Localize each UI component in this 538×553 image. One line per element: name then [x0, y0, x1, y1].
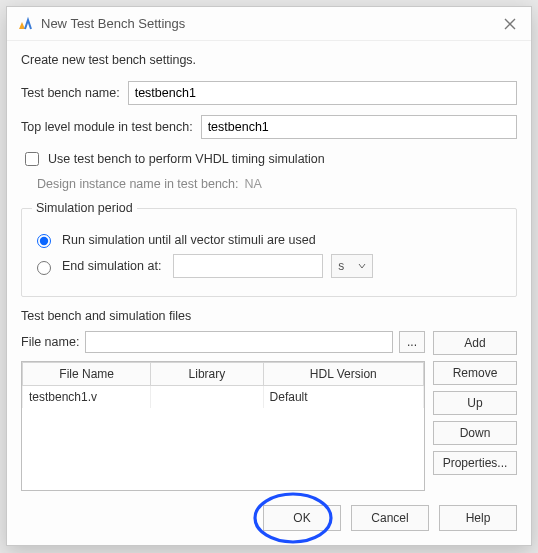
titlebar: New Test Bench Settings — [7, 7, 531, 41]
cancel-button[interactable]: Cancel — [351, 505, 429, 531]
test-bench-name-label: Test bench name: — [21, 86, 120, 100]
down-button[interactable]: Down — [433, 421, 517, 445]
files-table[interactable]: File Name Library HDL Version testbench1… — [21, 361, 425, 491]
content-area: Create new test bench settings. Test ben… — [7, 41, 531, 495]
simulation-period-legend: Simulation period — [32, 201, 137, 215]
close-button[interactable] — [499, 13, 521, 35]
simulation-period-group: Simulation period Run simulation until a… — [21, 201, 517, 297]
design-instance-value: NA — [245, 177, 262, 191]
browse-button[interactable]: ... — [399, 331, 425, 353]
ok-button[interactable]: OK — [263, 505, 341, 531]
col-hdl-version[interactable]: HDL Version — [263, 363, 423, 386]
add-button[interactable]: Add — [433, 331, 517, 355]
end-at-input[interactable] — [173, 254, 323, 278]
window-title: New Test Bench Settings — [41, 16, 499, 31]
col-file-name[interactable]: File Name — [23, 363, 151, 386]
filename-label: File name: — [21, 335, 79, 349]
dialog-description: Create new test bench settings. — [21, 53, 517, 67]
remove-button[interactable]: Remove — [433, 361, 517, 385]
time-unit-value: s — [338, 259, 344, 273]
files-section-label: Test bench and simulation files — [21, 309, 517, 323]
cell-hdl-version: Default — [263, 386, 423, 409]
table-row[interactable]: testbench1.v Default — [23, 386, 424, 409]
design-instance-label: Design instance name in test bench: — [37, 177, 239, 191]
dialog-new-test-bench-settings: New Test Bench Settings Create new test … — [6, 6, 532, 546]
help-button[interactable]: Help — [439, 505, 517, 531]
col-library[interactable]: Library — [151, 363, 263, 386]
end-at-radio[interactable] — [37, 261, 51, 275]
up-button[interactable]: Up — [433, 391, 517, 415]
top-module-input[interactable] — [201, 115, 517, 139]
properties-button[interactable]: Properties... — [433, 451, 517, 475]
filename-input[interactable] — [85, 331, 393, 353]
cell-file-name: testbench1.v — [23, 386, 151, 409]
vhdl-timing-label: Use test bench to perform VHDL timing si… — [48, 152, 325, 166]
time-unit-select[interactable]: s — [331, 254, 373, 278]
app-icon — [17, 16, 33, 32]
cell-library — [151, 386, 263, 409]
chevron-down-icon — [358, 262, 366, 270]
test-bench-name-input[interactable] — [128, 81, 517, 105]
end-at-label: End simulation at: — [62, 259, 161, 273]
run-until-label: Run simulation until all vector stimuli … — [62, 233, 316, 247]
top-module-label: Top level module in test bench: — [21, 120, 193, 134]
run-until-radio[interactable] — [37, 234, 51, 248]
vhdl-timing-checkbox[interactable] — [25, 152, 39, 166]
dialog-footer: OK Cancel Help — [7, 495, 531, 545]
